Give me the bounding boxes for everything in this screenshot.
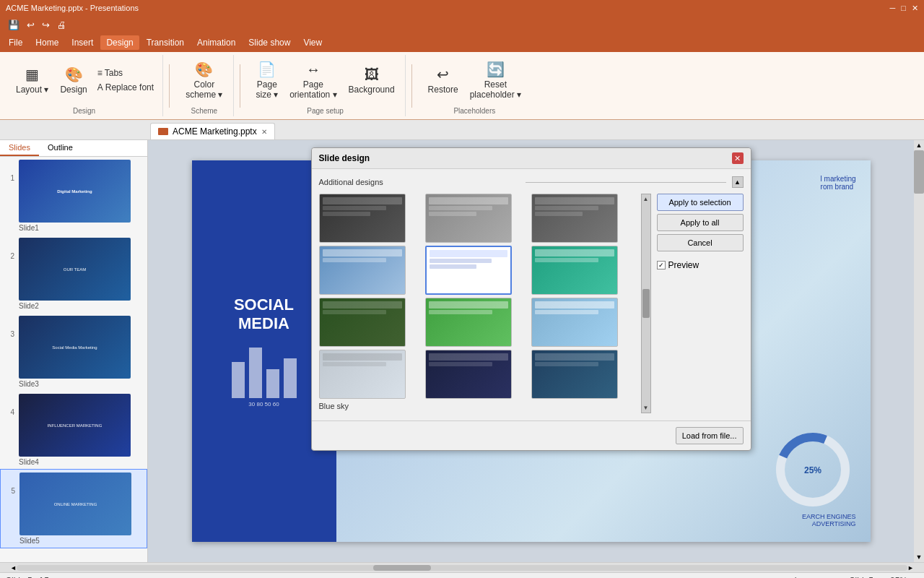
design-scrollbar[interactable]: ▲ ▼ xyxy=(641,194,651,413)
layout-button[interactable]: ▦ Layout ▾ xyxy=(12,63,53,98)
menu-file[interactable]: File xyxy=(3,35,28,50)
modal-titlebar: Slide design ✕ xyxy=(312,148,751,169)
slide-item-5[interactable]: 5 ONLINE MARKETING Slide5 xyxy=(0,469,147,548)
tab-slides[interactable]: Slides xyxy=(0,140,39,156)
status-bar: Slide 5 of 5 Ins ▦ ≡ ⊞ Slide5 − 85% + xyxy=(0,572,924,578)
scheme-group-label: Scheme xyxy=(191,104,217,115)
design-button[interactable]: 🎨 Design xyxy=(56,63,91,98)
design-thumb-12[interactable] xyxy=(531,350,618,399)
restore-button[interactable]: ↩ Restore xyxy=(424,63,463,98)
apply-to-selection-button[interactable]: Apply to selection xyxy=(657,194,744,211)
replace-font-icon: A xyxy=(97,82,103,92)
scroll-left-button[interactable]: ◄ xyxy=(10,564,17,571)
tab-bar: ACME Marketing.pptx ✕ xyxy=(0,120,924,140)
menu-transition[interactable]: Transition xyxy=(141,35,190,50)
scroll-down-arrow[interactable]: ▼ xyxy=(643,405,649,411)
print-button[interactable]: 🖨 xyxy=(55,19,69,31)
reset-placeholder-button[interactable]: 🔄 Resetplaceholder ▾ xyxy=(466,58,526,103)
layout-label: Layout ▾ xyxy=(16,85,48,95)
tab-outline[interactable]: Outline xyxy=(39,140,82,156)
design-thumb-1[interactable] xyxy=(319,194,406,243)
page-size-button[interactable]: 📄 Pagesize ▾ xyxy=(252,58,283,103)
modal-close-button[interactable]: ✕ xyxy=(732,152,744,164)
pagesetup-group-label: Page setup xyxy=(307,104,344,115)
additional-designs-label: Additional designs xyxy=(319,178,520,186)
design-thumb-5-selected[interactable] xyxy=(425,246,512,295)
menu-home[interactable]: Home xyxy=(30,35,64,50)
design-thumb-4[interactable] xyxy=(319,246,406,295)
slide-num-1: 1 xyxy=(4,174,14,182)
menu-slideshow[interactable]: Slide show xyxy=(243,35,296,50)
maximize-button[interactable]: □ xyxy=(901,4,906,13)
slides-panel: Slides Outline 1 Digital Marketing Slide… xyxy=(0,140,148,562)
modal-footer: Load from file... xyxy=(312,420,751,450)
tabs-icon: ≡ xyxy=(97,68,103,78)
slide-num-5: 5 xyxy=(5,487,15,495)
slide-item-3[interactable]: 3 Social Media Marketing Slide3 xyxy=(0,313,147,391)
slide-item-1[interactable]: 1 Digital Marketing Slide1 xyxy=(0,157,147,235)
layout-icon: ▦ xyxy=(25,66,39,83)
design-thumb-6[interactable] xyxy=(531,246,618,295)
background-button[interactable]: 🖼 Background xyxy=(344,64,399,98)
title-bar: ACME Marketing.pptx - Presentations ─ □ … xyxy=(0,0,924,16)
menu-view[interactable]: View xyxy=(297,35,328,50)
save-button[interactable]: 💾 xyxy=(6,19,22,31)
close-button[interactable]: ✕ xyxy=(912,4,918,13)
design-thumb-2[interactable] xyxy=(425,194,512,243)
design-thumb-8[interactable] xyxy=(425,298,512,347)
menu-insert[interactable]: Insert xyxy=(66,35,99,50)
design-grid-wrapper: Blue sky xyxy=(319,194,635,413)
ribbon-group-scheme: 🎨 Colorscheme ▾ Scheme xyxy=(175,55,233,116)
modal-content-row: Blue sky ▲ ▼ Apply to selection Apply to… xyxy=(319,194,744,413)
preview-label: Preview xyxy=(668,260,699,270)
scroll-up-button[interactable]: ▲ xyxy=(732,176,744,188)
slide-thumb-5: ONLINE MARKETING xyxy=(19,473,131,535)
modal-body: Additional designs ▲ xyxy=(312,169,751,420)
slide-thumb-content-1: Digital Marketing xyxy=(19,160,131,223)
slide-item-4[interactable]: 4 INFLUENCER MARKETING Slide4 xyxy=(0,391,147,469)
undo-button[interactable]: ↩ xyxy=(25,19,37,31)
document-tab[interactable]: ACME Marketing.pptx ✕ xyxy=(150,123,275,139)
scroll-down-button[interactable]: ▼ xyxy=(914,552,924,562)
design-thumb-10[interactable] xyxy=(319,350,406,399)
tab-close-button[interactable]: ✕ xyxy=(261,128,267,136)
tabs-button[interactable]: ≡ Tabs xyxy=(95,66,157,79)
slide-label-5: Slide5 xyxy=(19,537,131,545)
slide-num-3: 3 xyxy=(4,330,14,338)
ribbon-buttons-placeholders: ↩ Restore 🔄 Resetplaceholder ▾ xyxy=(424,56,526,104)
design-thumb-3[interactable] xyxy=(531,194,618,243)
slides-outline-tabs: Slides Outline xyxy=(0,140,147,157)
color-scheme-icon: 🎨 xyxy=(195,61,213,78)
vertical-scrollbar[interactable]: ▲ ▼ xyxy=(914,140,924,562)
selected-design-label: Blue sky xyxy=(319,399,635,413)
zoom-in[interactable]: + xyxy=(913,576,918,579)
ins-indicator: Ins xyxy=(795,576,806,579)
preview-checkbox[interactable]: ✓ xyxy=(657,261,666,269)
cancel-button[interactable]: Cancel xyxy=(657,234,744,251)
menu-design[interactable]: Design xyxy=(100,35,139,50)
ribbon-buttons-pagesetup: 📄 Pagesize ▾ ↔ Pageorientation ▾ 🖼 Backg… xyxy=(252,56,399,104)
scroll-up-arrow[interactable]: ▲ xyxy=(643,196,649,202)
slide-item-2[interactable]: 2 OUR TEAM Slide2 xyxy=(0,235,147,313)
design-thumb-7[interactable] xyxy=(319,298,406,347)
minimize-button[interactable]: ─ xyxy=(890,4,896,13)
h-scroll-thumb[interactable] xyxy=(373,565,431,571)
view-slide-panel[interactable]: ⊞ xyxy=(837,576,844,579)
menu-animation[interactable]: Animation xyxy=(191,35,241,50)
replace-font-button[interactable]: A Replace font xyxy=(95,81,157,94)
design-thumb-11[interactable] xyxy=(425,350,512,399)
page-orientation-button[interactable]: ↔ Pageorientation ▾ xyxy=(285,59,341,103)
scroll-right-button[interactable]: ► xyxy=(907,564,914,571)
design-thumb-9[interactable] xyxy=(531,298,618,347)
redo-button[interactable]: ↪ xyxy=(40,19,52,31)
zoom-out[interactable]: − xyxy=(879,576,884,579)
view-outline[interactable]: ≡ xyxy=(826,576,831,579)
load-from-file-button[interactable]: Load from file... xyxy=(676,427,744,444)
slide-thumb-2: OUR TEAM xyxy=(19,238,131,301)
ribbon: ▦ Layout ▾ 🎨 Design ≡ Tabs A Replace fon… xyxy=(0,52,924,120)
view-normal[interactable]: ▦ xyxy=(812,576,820,579)
color-scheme-button[interactable]: 🎨 Colorscheme ▾ xyxy=(181,58,227,103)
reset-placeholder-label: Resetplaceholder ▾ xyxy=(470,79,521,100)
scroll-up-button[interactable]: ▲ xyxy=(914,140,924,150)
apply-to-all-button[interactable]: Apply to all xyxy=(657,214,744,231)
